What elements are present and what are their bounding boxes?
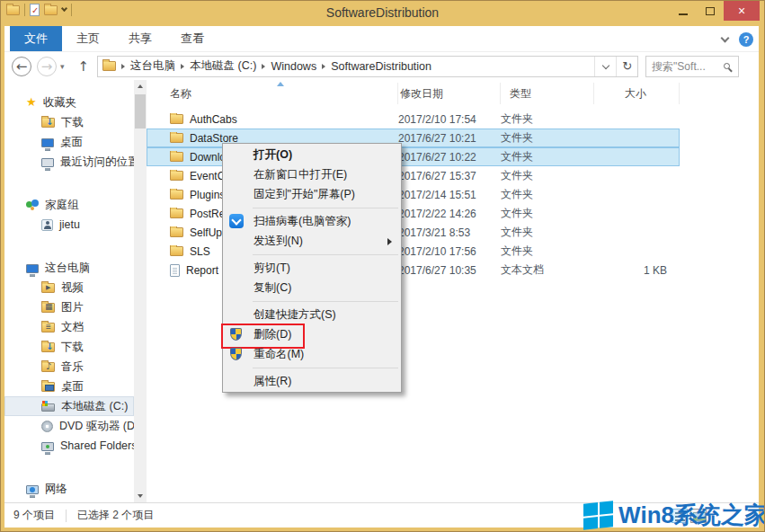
sidebar-item[interactable]: 这台电脑: [4, 258, 134, 278]
file-date: 2017/3/21 8:53: [398, 226, 501, 239]
file-name: Plugins: [190, 189, 225, 201]
up-button[interactable]: ↑: [78, 58, 90, 75]
scroll-down-button[interactable]: [134, 490, 147, 502]
sidebar-item[interactable]: 桌面: [4, 132, 134, 152]
sidebar-item[interactable]: 下载: [4, 112, 134, 132]
file-date: 2017/6/27 10:35: [398, 264, 501, 277]
minimize-button[interactable]: [670, 1, 697, 21]
context-menu-item[interactable]: 固定到"开始"屏幕(P): [223, 184, 401, 204]
sidebar-item[interactable]: Shared Folders: [4, 436, 134, 456]
ribbon-tab[interactable]: 共享: [114, 26, 166, 51]
sidebar-item[interactable]: 桌面: [4, 377, 134, 396]
breadcrumb-segment[interactable]: Windows: [267, 60, 320, 73]
titlebar: SoftwareDistribution ×: [1, 1, 764, 26]
ribbon-tab[interactable]: 查看: [166, 26, 218, 51]
sidebar-item-icon: [41, 303, 55, 313]
file-row[interactable]: AuthCabs 2017/2/10 17:54 文件夹: [147, 110, 680, 129]
navigation-bar: ← → ▾ ↑ 这台电脑 本地磁盘 (C:): [4, 52, 759, 80]
context-menu-item[interactable]: 创建快捷方式(S): [223, 305, 401, 324]
ribbon-tab[interactable]: 主页: [62, 26, 114, 51]
sidebar-item[interactable]: [4, 456, 134, 479]
sidebar-item[interactable]: [4, 172, 134, 195]
back-button[interactable]: ←: [12, 57, 31, 76]
sidebar-item-icon: [41, 283, 55, 293]
close-button[interactable]: ×: [724, 1, 760, 21]
file-date: 2017/6/27 10:22: [398, 151, 501, 164]
context-menu-item[interactable]: [223, 251, 401, 258]
sidebar-item[interactable]: 图片: [4, 297, 134, 317]
ribbon-tab[interactable]: 文件: [10, 26, 62, 51]
sidebar-item[interactable]: 下载: [4, 337, 134, 357]
address-dropdown-button[interactable]: [594, 57, 616, 76]
context-menu: 打开(O) 在新窗口中打开(E) 固定到"开始"屏幕(P) 扫描病毒(电脑管家): [222, 143, 402, 393]
column-header-date[interactable]: 修改日期: [398, 83, 501, 104]
context-menu-item[interactable]: 发送到(N): [223, 231, 401, 251]
context-menu-item[interactable]: 删除(D): [223, 324, 401, 344]
triangle-up-icon: [138, 84, 143, 88]
sidebar-item-icon: [26, 485, 39, 494]
sidebar-item[interactable]: 音乐: [4, 357, 134, 377]
sidebar-scrollbar[interactable]: [134, 80, 147, 502]
address-bar[interactable]: 这台电脑 本地磁盘 (C:) Windows: [97, 56, 638, 77]
sidebar-item-label: 这台电脑: [45, 261, 90, 276]
items-count: 9 个项目: [4, 508, 55, 523]
sidebar-item[interactable]: 收藏夹: [4, 93, 134, 112]
context-menu-item[interactable]: [223, 297, 401, 305]
maximize-button[interactable]: [697, 1, 724, 21]
sidebar-item[interactable]: 文档: [4, 317, 134, 337]
watermark: Win8系统之家: [583, 500, 765, 531]
column-header-type[interactable]: 类型: [501, 83, 594, 104]
sidebar-item[interactable]: DVD 驱动器 (D:): [4, 416, 134, 436]
minimize-icon: [679, 13, 688, 15]
recent-locations-chevron-icon[interactable]: ▾: [60, 62, 65, 71]
breadcrumb-arrow-icon: [181, 64, 184, 69]
breadcrumb-segment[interactable]: 这台电脑: [127, 58, 179, 74]
breadcrumb: 这台电脑 本地磁盘 (C:) Windows: [116, 58, 594, 74]
sidebar-item[interactable]: jietu: [4, 215, 134, 235]
search-input[interactable]: [652, 60, 724, 73]
maximize-icon: [706, 7, 715, 15]
context-menu-item[interactable]: 剪切(T): [223, 258, 401, 278]
column-header-name[interactable]: 名称: [147, 83, 398, 104]
menu-item-label: 剪切(T): [254, 261, 290, 276]
column-header-size[interactable]: 大小: [594, 83, 680, 104]
sidebar-item[interactable]: 家庭组: [4, 195, 134, 215]
sidebar-item-icon: [41, 403, 55, 412]
context-menu-item[interactable]: [223, 204, 401, 211]
sidebar-item-icon: [26, 200, 39, 210]
sidebar-item[interactable]: 视频: [4, 278, 134, 297]
menu-item-icon: [229, 214, 244, 228]
scrollbar-thumb[interactable]: [135, 94, 146, 129]
chevron-down-icon: [601, 61, 609, 68]
sidebar-item-icon: [26, 264, 39, 273]
sidebar-item-label: DVD 驱动器 (D:): [59, 419, 134, 434]
sidebar-item[interactable]: 网络: [4, 479, 134, 499]
context-menu-item[interactable]: 打开(O): [223, 145, 401, 164]
sidebar-item[interactable]: 最近访问的位置: [4, 152, 134, 172]
forward-button[interactable]: →: [37, 57, 57, 76]
file-name: EventC: [190, 170, 225, 182]
scroll-up-button[interactable]: [134, 80, 147, 93]
sidebar-item-label: 桌面: [61, 379, 84, 395]
context-menu-item[interactable]: 扫描病毒(电脑管家): [223, 211, 401, 231]
breadcrumb-segment[interactable]: 本地磁盘 (C:): [186, 58, 260, 74]
help-icon[interactable]: ?: [739, 32, 753, 47]
ribbon-right-controls: ?: [722, 26, 753, 52]
sidebar-item-label: 桌面: [60, 135, 83, 150]
file-type: 文件夹: [501, 244, 594, 259]
breadcrumb-segment[interactable]: SoftwareDistribution: [327, 60, 435, 73]
close-icon: ×: [738, 4, 745, 18]
context-menu-item[interactable]: 重命名(M): [223, 344, 401, 364]
ribbon-collapse-chevron-icon[interactable]: [721, 33, 730, 42]
refresh-button[interactable]: ↻: [616, 57, 637, 76]
file-size: 1 KB: [594, 264, 680, 277]
context-menu-item[interactable]: [223, 364, 401, 371]
search-box[interactable]: [645, 56, 739, 77]
context-menu-item[interactable]: 在新窗口中打开(E): [223, 164, 401, 184]
context-menu-item[interactable]: 属性(R): [223, 371, 401, 391]
windows-logo-icon: [583, 501, 613, 529]
breadcrumb-arrow-icon: [322, 64, 325, 69]
context-menu-item[interactable]: 复制(C): [223, 278, 401, 297]
sidebar-item[interactable]: 本地磁盘 (C:): [4, 396, 134, 416]
sidebar-item[interactable]: [4, 235, 134, 258]
